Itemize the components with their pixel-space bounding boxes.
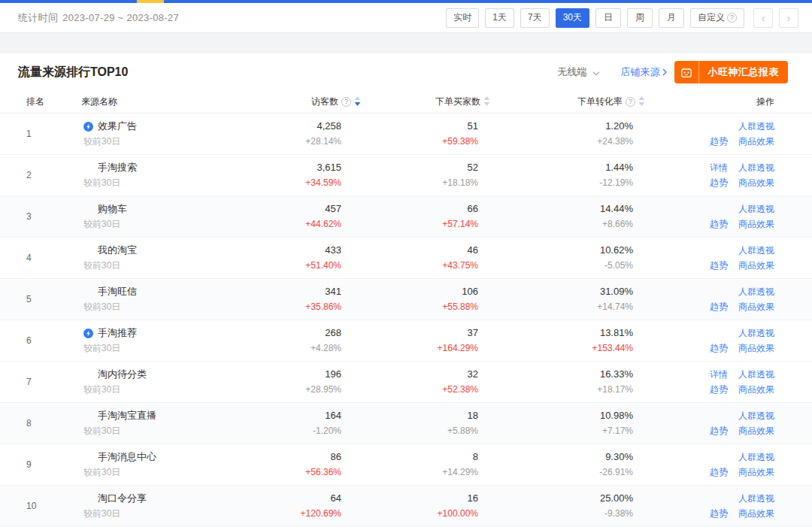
strip-accent: [137, 0, 164, 3]
range-button-5[interactable]: 周: [627, 8, 653, 28]
action-link[interactable]: 趋势: [710, 135, 728, 148]
compare-label: 较前30日: [83, 217, 293, 232]
table-row: 7 淘内待分类 较前30日 196 +28.95% 32 +52.38% 16.…: [0, 362, 812, 403]
actions-line2: 趋势商品效果: [710, 259, 774, 273]
source-name: 我的淘宝: [98, 244, 137, 257]
header-buyers: 下单买家数: [361, 95, 490, 108]
action-link[interactable]: 商品效果: [738, 425, 774, 438]
range-button-4[interactable]: 日: [595, 8, 621, 28]
action-link[interactable]: 趋势: [710, 507, 728, 520]
table-row: 10 淘口令分享 较前30日 64 +120.69% 16 +100.00% 2…: [0, 486, 812, 527]
action-link[interactable]: 商品效果: [738, 135, 774, 148]
help-icon[interactable]: ?: [341, 97, 351, 107]
range-button-6[interactable]: 月: [659, 8, 684, 28]
buyers-cell: 66 +57.14%: [361, 196, 490, 237]
action-link[interactable]: 详情: [710, 368, 728, 381]
visitors-cell: 4,258 +28.14%: [293, 114, 361, 154]
action-link[interactable]: 人群透视: [738, 286, 774, 298]
action-link[interactable]: 商品效果: [738, 383, 774, 396]
compare-label: 较前30日: [83, 506, 293, 521]
actions-line2: 趋势商品效果: [710, 465, 774, 480]
shop-source-link[interactable]: 店铺来源: [621, 65, 667, 79]
conversion-value: 31.09%: [600, 284, 633, 299]
action-link[interactable]: 人群透视: [738, 410, 774, 423]
action-link[interactable]: 趋势: [710, 259, 728, 272]
conversion-cell: 31.09% +14.74%: [490, 279, 645, 320]
source-cell: 我的淘宝 较前30日: [78, 238, 293, 278]
conversion-cell: 16.33% +18.17%: [490, 362, 645, 402]
range-button-0[interactable]: 实时: [446, 8, 479, 28]
conversion-value: 25.00%: [600, 491, 633, 506]
action-link[interactable]: 趋势: [710, 425, 728, 438]
action-link[interactable]: 人群透视: [738, 162, 774, 174]
action-link[interactable]: 商品效果: [738, 466, 774, 479]
actions-cell: 人群透视 趋势商品效果: [645, 444, 812, 485]
chevron-right-icon: [662, 67, 667, 78]
date-pager: ‹ ›: [753, 8, 798, 28]
prev-date-button[interactable]: ‹: [753, 8, 773, 28]
visitors-change: +34.59%: [305, 175, 341, 190]
action-link[interactable]: 商品效果: [738, 507, 774, 520]
conversion-value: 13.81%: [600, 326, 633, 341]
visitors-cell: 433 +51.40%: [293, 238, 361, 278]
actions-cell: 详情人群透视 趋势商品效果: [645, 362, 812, 402]
buyers-change: +18.18%: [442, 175, 478, 190]
visitors-cell: 341 +35.86%: [293, 279, 361, 320]
action-link[interactable]: 人群透视: [738, 244, 774, 257]
source-cell: 手淘旺信 较前30日: [78, 279, 293, 320]
visitors-value: 4,258: [317, 119, 341, 134]
source-name: 淘口令分享: [98, 492, 147, 505]
action-link[interactable]: 趋势: [710, 301, 728, 313]
visitors-change: +56.36%: [305, 465, 341, 480]
buyers-cell: 106 +55.88%: [361, 279, 490, 320]
action-link[interactable]: 趋势: [710, 177, 728, 189]
rank-cell: 7: [0, 362, 78, 402]
range-button-7[interactable]: 自定义?: [690, 8, 744, 28]
action-link[interactable]: 人群透视: [738, 203, 774, 216]
range-button-2[interactable]: 7天: [520, 8, 550, 28]
buyers-value: 66: [468, 201, 478, 217]
range-button-1[interactable]: 1天: [485, 8, 514, 28]
action-link[interactable]: 人群透视: [738, 120, 774, 133]
compare-label: 较前30日: [83, 382, 293, 397]
action-link[interactable]: 商品效果: [738, 259, 774, 272]
source-cell: 手淘搜索 较前30日: [78, 155, 293, 195]
action-link[interactable]: 趋势: [710, 218, 728, 231]
actions-line2: 趋势商品效果: [710, 341, 774, 356]
sort-icon-visitors[interactable]: [354, 96, 361, 108]
visitors-cell: 196 +28.95%: [293, 362, 361, 402]
action-link[interactable]: 人群透视: [738, 368, 774, 381]
wangshen-report-button[interactable]: 小旺神汇总报表: [674, 61, 789, 83]
actions-line2: 趋势商品效果: [710, 383, 774, 397]
action-link[interactable]: 详情: [710, 162, 728, 174]
actions-cell: 人群透视 趋势商品效果: [645, 403, 812, 444]
action-link[interactable]: 人群透视: [738, 451, 774, 464]
visitors-value: 164: [325, 408, 341, 423]
next-date-button[interactable]: ›: [779, 8, 798, 28]
sort-icon-buyers[interactable]: [483, 96, 490, 108]
source-name: 手淘搜索: [98, 161, 137, 174]
action-link[interactable]: 趋势: [710, 383, 728, 396]
action-link[interactable]: 人群透视: [738, 327, 774, 340]
terminal-select[interactable]: 无线端: [558, 65, 600, 79]
table-body: 1 效果广告 较前30日 4,258 +28.14% 51 +59.38% 1.…: [0, 114, 812, 527]
action-link[interactable]: 商品效果: [738, 342, 774, 355]
help-icon[interactable]: ?: [626, 97, 635, 107]
table-row: 6 手淘推荐 较前30日 268 +4.28% 37 +164.29% 13.8…: [0, 320, 812, 362]
wangshen-cat-icon: [674, 61, 699, 83]
sort-icon-conversion[interactable]: [638, 96, 645, 108]
visitors-value: 457: [325, 201, 341, 217]
action-link[interactable]: 商品效果: [738, 301, 774, 313]
range-button-3[interactable]: 30天: [556, 8, 589, 28]
action-link[interactable]: 趋势: [710, 342, 728, 355]
action-link[interactable]: 人群透视: [738, 492, 774, 505]
buyers-cell: 51 +59.38%: [361, 114, 490, 154]
visitors-cell: 3,615 +34.59%: [293, 155, 361, 195]
action-link[interactable]: 趋势: [710, 466, 728, 479]
rank-value: 9: [26, 459, 78, 470]
action-link[interactable]: 商品效果: [738, 177, 774, 189]
buyers-change: +164.29%: [438, 341, 478, 356]
action-link[interactable]: 商品效果: [738, 218, 774, 231]
conversion-change: +14.74%: [597, 299, 633, 314]
buyers-change: +57.14%: [442, 217, 478, 232]
